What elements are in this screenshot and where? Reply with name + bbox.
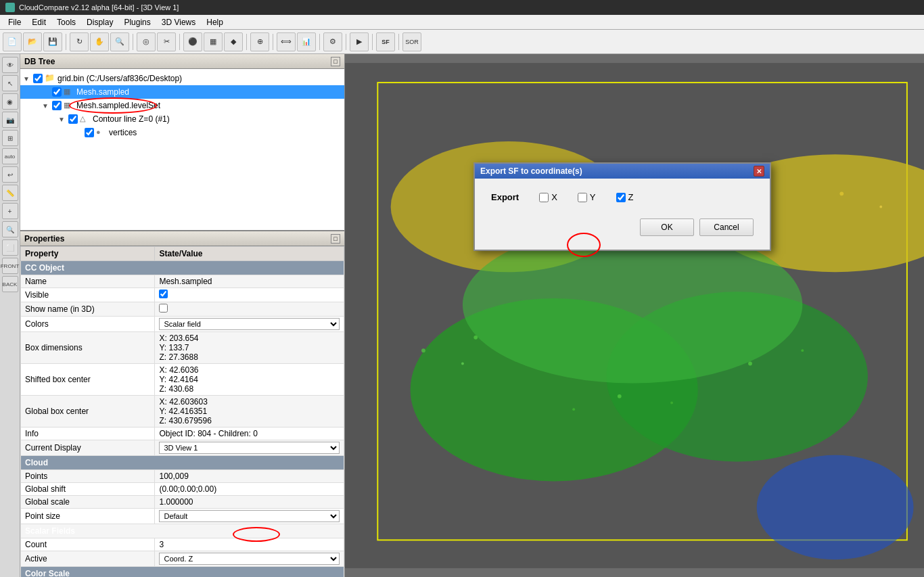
tree-label-vertices: vertices (109, 128, 137, 137)
props-content: Property State/Value CC Object Name Mesh… (20, 246, 344, 577)
mesh-btn[interactable]: ▦ (204, 32, 223, 51)
select-icon[interactable]: ↖ (2, 75, 18, 91)
new-button[interactable]: 📄 (3, 32, 22, 51)
checkbox-x[interactable] (539, 193, 549, 202)
prop-label-visible: Visible (21, 288, 155, 302)
section-cloud: Cloud (21, 456, 344, 470)
prop-value-boxdim: X: 203.654Y: 133.7Z: 27.3688 (155, 332, 344, 364)
svg-point-13 (670, 402, 673, 405)
toolbar-sep-5 (273, 34, 273, 50)
prop-label-shiftedbox: Shifted box center (21, 364, 155, 396)
svg-rect-1 (377, 83, 907, 540)
align-btn[interactable]: ⊕ (250, 32, 269, 51)
front-icon[interactable]: FRONT (2, 258, 18, 274)
prop-value-count: 3 (155, 538, 344, 551)
colors-select[interactable]: Scalar field RGB None (159, 318, 340, 330)
sf-btn[interactable]: SF (376, 32, 395, 51)
prop-value-globalbox: X: 42.603603Y: 42.416351Z: 430.679596 (155, 396, 344, 428)
checkbox-y[interactable] (578, 193, 587, 202)
menu-3dviews[interactable]: 3D Views (156, 16, 201, 28)
toolbar-sep-3 (179, 34, 180, 50)
prop-value-pointsize: Default 1 2 3 (155, 509, 344, 524)
export-label: Export (491, 192, 519, 202)
properties-panel: Properties □ Property State/Value CC Obj… (20, 231, 344, 577)
tree-item-mesh-sampled[interactable]: Mesh.sampled (20, 85, 344, 99)
prim-btn[interactable]: ◆ (224, 32, 243, 51)
back-icon[interactable]: BACK (2, 276, 18, 292)
pan-button[interactable]: ✋ (90, 32, 109, 51)
tree-check-vertices[interactable] (85, 128, 94, 137)
menu-tools[interactable]: Tools (51, 16, 81, 28)
tree-item-grid[interactable]: ▼ grid.bin (C:/Users/af836c/Desktop) (20, 72, 344, 85)
dialog-close-button[interactable]: ✕ (754, 166, 764, 177)
svg-point-2 (411, 298, 698, 482)
tree-label-grid: grid.bin (C:/Users/af836c/Desktop) (57, 74, 182, 83)
section-cc-object: CC Object (21, 261, 344, 275)
undo-icon[interactable]: ↩ (2, 166, 18, 183)
render-btn[interactable]: ▶ (350, 32, 369, 51)
pick-button[interactable]: ◎ (137, 32, 156, 51)
db-tree-header: DB Tree □ (20, 54, 344, 69)
prop-row-active: Active Coord. Z Coord. X Coord. Y (21, 551, 344, 567)
tree-check-contour[interactable] (68, 114, 78, 124)
tree-check-levelset[interactable] (52, 101, 62, 110)
left-panels: DB Tree □ ▼ grid.bin (C:/Users/af836c/De… (20, 54, 345, 577)
properties-table: Property State/Value CC Object Name Mesh… (20, 246, 344, 577)
tree-check-grid[interactable] (33, 74, 43, 83)
active-sf-select[interactable]: Coord. Z Coord. X Coord. Y (159, 553, 340, 565)
tree-item-levelset[interactable]: ▼ Mesh.sampled.levelSet (20, 99, 344, 112)
dist-btn[interactable]: ⟺ (277, 32, 296, 51)
menu-help[interactable]: Help (201, 16, 229, 28)
tree-toggle-contour[interactable]: ▼ (58, 116, 66, 123)
prop-value-showname (155, 302, 344, 317)
cloud-btn[interactable]: ⚫ (183, 32, 202, 51)
svg-point-3 (606, 292, 867, 461)
dialog-content: Export X Y Z (475, 179, 770, 250)
plus-icon[interactable]: + (2, 203, 18, 219)
ok-button[interactable]: OK (640, 218, 694, 236)
cam-icon[interactable]: 📷 (2, 112, 18, 128)
search-icon[interactable]: 🔍 (2, 221, 18, 237)
stat-btn[interactable]: 📊 (297, 32, 316, 51)
open-button[interactable]: 📂 (23, 32, 42, 51)
svg-point-9 (461, 363, 464, 365)
properties-maximize[interactable]: □ (331, 234, 340, 244)
checkbox-z[interactable] (616, 193, 626, 202)
db-tree-maximize[interactable]: □ (331, 57, 340, 66)
menu-edit[interactable]: Edit (26, 16, 51, 28)
menu-file[interactable]: File (3, 16, 26, 28)
menu-display[interactable]: Display (81, 16, 118, 28)
pointsize-select[interactable]: Default 1 2 3 (159, 510, 340, 522)
tree-toggle-levelset[interactable]: ▼ (42, 102, 50, 110)
toolbar-sep-7 (346, 34, 346, 50)
prop-label-globalbox: Global box center (21, 396, 155, 428)
auto-icon[interactable]: auto (2, 148, 18, 164)
menu-plugins[interactable]: Plugins (118, 16, 156, 28)
ruler-icon[interactable]: 📏 (2, 185, 18, 201)
view-icon[interactable]: 👁 (2, 57, 18, 73)
filter-btn[interactable]: ⚙ (323, 32, 342, 51)
display-select[interactable]: 3D View 1 (159, 442, 340, 454)
scale-icon[interactable]: ⊞ (2, 130, 18, 146)
sor-btn[interactable]: SOR (402, 32, 421, 51)
prop-label-boxdim: Box dimensions (21, 332, 155, 364)
tree-toggle-grid[interactable]: ▼ (23, 75, 31, 83)
showname-checkbox[interactable] (159, 304, 168, 313)
section-label-cc: CC Object (21, 261, 344, 275)
rotate-button[interactable]: ↻ (70, 32, 89, 51)
tree-check-mesh[interactable] (52, 87, 62, 97)
save-button[interactable]: 💾 (43, 32, 62, 51)
zoom-button[interactable]: 🔍 (110, 32, 129, 51)
cancel-button[interactable]: Cancel (699, 218, 754, 236)
prop-label-name: Name (21, 275, 155, 288)
folder-icon-grid (45, 73, 55, 84)
segment-button[interactable]: ✂ (157, 32, 176, 51)
prop-value-info: Object ID: 804 - Children: 0 (155, 428, 344, 440)
cube-icon[interactable]: ⬜ (2, 239, 18, 256)
tree-item-contour[interactable]: ▼ Contour line Z=0 (#1) (20, 112, 344, 126)
tree-item-vertices[interactable]: vertices (20, 126, 344, 139)
prop-label-globalshift: Global shift (21, 483, 155, 496)
eye-icon[interactable]: ◉ (2, 93, 18, 110)
3d-view[interactable]: Export SF to coordinate(s) ✕ Export X Y (345, 54, 924, 577)
visible-checkbox[interactable] (159, 290, 168, 298)
